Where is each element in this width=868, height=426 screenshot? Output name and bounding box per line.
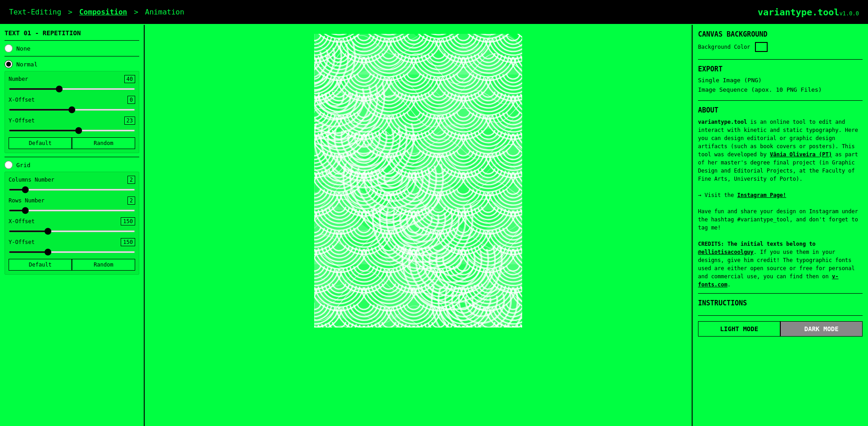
center-canvas-area [145,25,692,426]
columns-label: Columns Number [9,177,54,183]
yoffset-slider[interactable] [9,130,135,131]
main-canvas[interactable] [314,34,522,328]
instructions-title: INSTRUCTIONS [698,299,863,307]
grid-radio-row: Grid [5,161,139,169]
grid-default-button[interactable]: Default [9,259,72,271]
dark-mode-button[interactable]: DARK MODE [780,321,863,337]
grid-xoffset-value: 150 [121,217,135,225]
number-slider-row: Number 40 [9,75,135,91]
normal-subsection: Number 40 X-Offset 0 Y-Offset 23 [5,71,139,153]
mode-section: LIGHT MODE DARK MODE [698,321,863,341]
right-panel: CANVAS BACKGROUND Background Color EXPOR… [692,25,868,426]
canvas-bg-title: CANVAS BACKGROUND [698,30,863,38]
none-label[interactable]: None [16,45,30,52]
left-panel: TEXT 01 - REPETITION None Normal Number … [0,25,145,426]
normal-default-button[interactable]: Default [9,137,72,149]
normal-radio[interactable] [5,60,13,68]
bg-color-row: Background Color [698,42,863,52]
yoffset-value: 23 [124,117,135,125]
grid-btn-row: Default Random [9,259,135,271]
nav-text-editing[interactable]: Text-Editing [9,8,61,16]
grid-subsection: Columns Number 2 Rows Number 2 X-Offset … [5,172,139,275]
grid-radio[interactable] [5,161,13,169]
rows-value: 2 [127,197,135,205]
canvas-container [314,34,522,328]
grid-yoffset-slider-row: Y-Offset 150 [9,238,135,254]
mode-toggle-row: LIGHT MODE DARK MODE [698,321,863,337]
text01-repetition-title: TEXT 01 - REPETITION [5,29,139,37]
xoffset-value: 0 [127,96,135,104]
yoffset-label: Y-Offset [9,117,35,124]
about-section: ABOUT variantype.tool is an online tool … [698,106,863,294]
author-link[interactable]: Vânia Oliveira (PT) [770,151,832,158]
image-sequence-link[interactable]: Image Sequence (apox. 10 PNG Files) [698,86,863,93]
grid-yoffset-value: 150 [121,238,135,246]
xoffset-label: X-Offset [9,97,35,103]
number-value: 40 [124,75,135,83]
yoffset-slider-row: Y-Offset 23 [9,117,135,133]
export-title: EXPORT [698,65,863,73]
grid-label[interactable]: Grid [16,162,30,169]
number-label: Number [9,76,28,82]
canvas-background-section: CANVAS BACKGROUND Background Color [698,30,863,60]
normal-btn-row: Default Random [9,137,135,149]
normal-label[interactable]: Normal [16,61,38,68]
credits-link[interactable]: @elliotisacoolguy [698,249,754,255]
columns-slider[interactable] [9,189,135,191]
top-navigation: Text-Editing > Composition > Animation v… [0,0,868,25]
xoffset-slider[interactable] [9,109,135,111]
nav-arrow-1: > [68,8,73,16]
columns-slider-row: Columns Number 2 [9,176,135,192]
none-radio-row: None [5,44,139,52]
nav-composition[interactable]: Composition [79,8,127,16]
grid-xoffset-label: X-Offset [9,218,35,225]
nav-arrow-2: > [134,8,138,16]
instructions-section: INSTRUCTIONS [698,299,863,316]
grid-xoffset-slider-row: X-Offset 150 [9,217,135,234]
about-text: variantype.tool is an online tool to edi… [698,118,863,289]
instagram-link[interactable]: Instagram Page! [737,192,786,198]
normal-random-button[interactable]: Random [72,137,135,149]
brand-logo: variantype.toolv1.0.0 [758,7,859,18]
rows-slider-row: Rows Number 2 [9,197,135,213]
rows-label: Rows Number [9,197,44,204]
none-radio[interactable] [5,44,13,52]
nav-animation[interactable]: Animation [145,8,184,16]
light-mode-button[interactable]: LIGHT MODE [698,321,780,337]
about-title: ABOUT [698,106,863,114]
rows-slider[interactable] [9,210,135,211]
number-slider[interactable] [9,88,135,90]
bg-color-swatch[interactable] [755,42,768,52]
columns-value: 2 [127,176,135,184]
bg-color-label: Background Color [698,44,750,50]
xoffset-slider-row: X-Offset 0 [9,96,135,112]
main-layout: TEXT 01 - REPETITION None Normal Number … [0,25,868,426]
grid-yoffset-slider[interactable] [9,251,135,253]
grid-yoffset-label: Y-Offset [9,239,35,245]
export-section: EXPORT Single Image (PNG) Image Sequence… [698,65,863,101]
grid-random-button[interactable]: Random [72,259,135,271]
grid-xoffset-slider[interactable] [9,230,135,232]
single-image-link[interactable]: Single Image (PNG) [698,77,863,84]
normal-radio-row: Normal [5,60,139,68]
